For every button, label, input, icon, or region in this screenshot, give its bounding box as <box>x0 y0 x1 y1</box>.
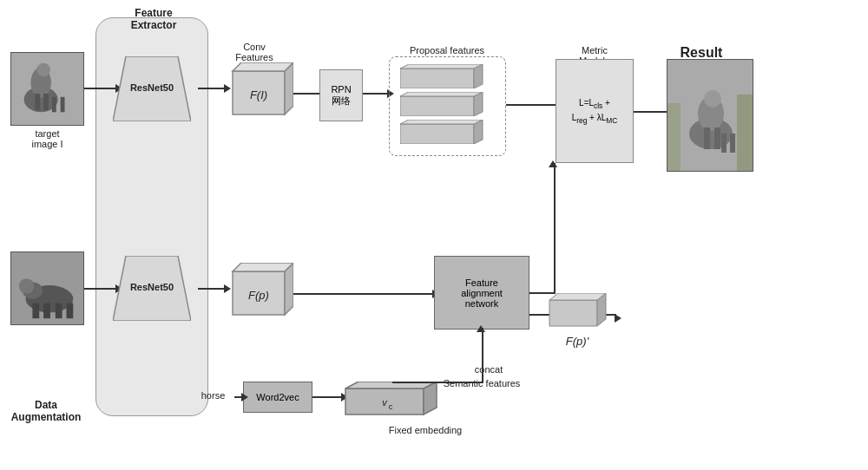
fp-prime-box <box>545 293 610 335</box>
data-augmentation-label: DataAugmentation <box>7 399 85 423</box>
svg-marker-33 <box>400 92 483 96</box>
word2vec-box: Word2vec <box>243 382 312 413</box>
svg-marker-34 <box>400 124 474 144</box>
resnet-top: ResNet50 <box>113 56 191 121</box>
svg-point-3 <box>36 63 50 77</box>
svg-text:F(p): F(p) <box>248 289 269 302</box>
arrow-horse-to-word2vec <box>234 396 243 398</box>
arrow-fp-to-alignment <box>293 293 434 295</box>
svg-point-40 <box>704 90 721 108</box>
svg-rect-42 <box>714 127 720 149</box>
proposal-features-label: Proposal features <box>391 45 503 55</box>
svg-rect-43 <box>721 134 727 153</box>
diagram-container: FeatureExtractor targetimage I Dat <box>0 0 868 470</box>
svg-rect-6 <box>52 97 56 113</box>
feature-alignment-box: Featurealignmentnetwork <box>434 256 529 330</box>
arrow-fi-to-rpn <box>293 93 321 95</box>
svg-marker-22 <box>233 62 293 71</box>
svg-marker-26 <box>233 263 293 271</box>
arrowhead-concat-up <box>477 325 485 332</box>
metric-module-box: L=Lcls +Lreg + λLMC <box>556 59 634 163</box>
svg-rect-14 <box>66 304 73 319</box>
svg-text:c: c <box>389 402 393 411</box>
arrow-metric-to-result <box>634 111 668 113</box>
fixed-embedding-label: Fixed embedding <box>382 425 469 435</box>
arrow-word2vec-to-semantic <box>312 396 343 398</box>
target-image-box <box>10 52 84 126</box>
concat-label: concat <box>467 364 510 375</box>
arrow-resnet-to-fi <box>198 88 226 89</box>
svg-rect-12 <box>43 304 50 319</box>
svg-rect-13 <box>56 304 62 319</box>
svg-rect-45 <box>667 103 681 172</box>
svg-rect-44 <box>730 134 735 153</box>
svg-rect-46 <box>737 95 753 172</box>
result-box <box>667 59 753 172</box>
arrow-resnet-to-fp <box>198 288 226 290</box>
svg-marker-28 <box>400 69 474 88</box>
target-image-label: targetimage I <box>10 128 84 149</box>
feature-alignment-label: Featurealignmentnetwork <box>461 277 503 309</box>
fi-box: F(I) <box>224 62 293 126</box>
conv-features-label: ConvFeatures <box>224 42 285 62</box>
svg-text:ResNet50: ResNet50 <box>130 282 174 292</box>
svg-rect-41 <box>704 127 710 149</box>
svg-rect-5 <box>43 94 49 111</box>
proposal-features-box <box>389 56 506 156</box>
feature-extractor-label: FeatureExtractor <box>110 7 197 31</box>
semantic-box: v c <box>341 382 445 423</box>
svg-marker-49 <box>549 293 606 300</box>
svg-rect-4 <box>35 94 40 111</box>
fp-box: F(p) <box>224 263 293 326</box>
line-semantic-h <box>392 382 483 383</box>
svg-text:ResNet50: ResNet50 <box>130 82 174 93</box>
line-vertical-semantic <box>482 330 483 382</box>
line-alignment-to-metric-v <box>554 163 556 292</box>
arrowhead-fp-prime <box>615 314 621 323</box>
resnet-bottom: ResNet50 <box>113 256 191 321</box>
horse-label: horse <box>189 390 237 401</box>
svg-text:F(I): F(I) <box>250 88 267 101</box>
svg-marker-31 <box>400 96 474 116</box>
metric-formula: L=Lcls +Lreg + λLMC <box>572 98 618 122</box>
svg-marker-30 <box>400 64 483 69</box>
svg-rect-11 <box>32 304 39 319</box>
fp-prime-label: F(p)' <box>547 335 608 348</box>
arrow-rpn-to-proposal <box>363 93 389 95</box>
svg-marker-47 <box>549 300 597 326</box>
arrowhead-up <box>549 160 557 167</box>
query-image-box <box>10 251 84 325</box>
rpn-box: RPN网络 <box>319 69 363 121</box>
svg-point-15 <box>19 278 35 294</box>
svg-rect-7 <box>61 97 65 113</box>
svg-marker-36 <box>400 120 483 124</box>
arrow-proposal-to-metric <box>506 104 558 106</box>
